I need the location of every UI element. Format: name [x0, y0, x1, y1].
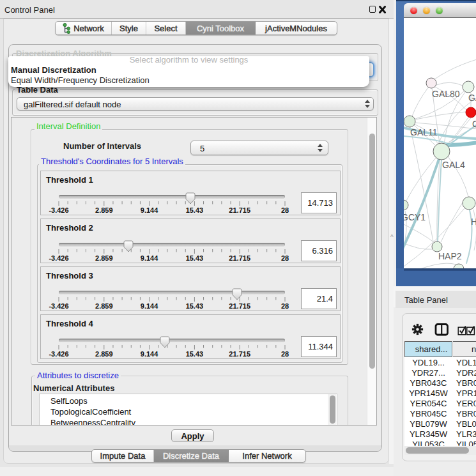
- svg-text:GA: GA: [468, 93, 476, 103]
- svg-text:HAP2: HAP2: [438, 251, 462, 261]
- svg-text:GAL80: GAL80: [432, 89, 460, 99]
- svg-text:C: C: [472, 119, 476, 129]
- svg-text:GAL11: GAL11: [410, 127, 438, 137]
- svg-text:GAL4: GAL4: [442, 160, 465, 170]
- svg-text:H: H: [471, 217, 476, 227]
- svg-text:GCY1: GCY1: [404, 212, 426, 222]
